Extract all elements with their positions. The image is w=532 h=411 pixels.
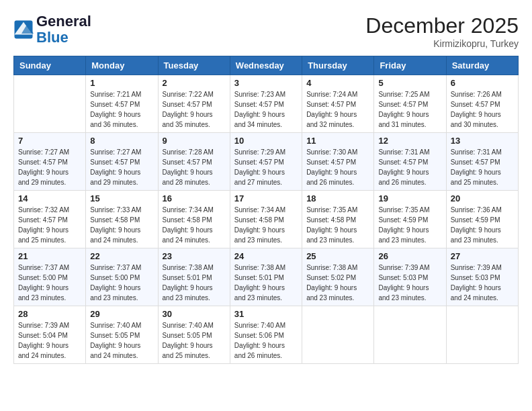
day-info: Sunrise: 7:29 AMSunset: 4:57 PMDaylight:… <box>234 147 298 187</box>
day-number: 2 <box>163 78 226 88</box>
day-number: 15 <box>90 193 153 203</box>
calendar-cell: 7Sunrise: 7:27 AMSunset: 4:57 PMDaylight… <box>14 133 86 191</box>
calendar-week-4: 21Sunrise: 7:37 AMSunset: 5:00 PMDayligh… <box>14 248 519 306</box>
calendar-cell: 29Sunrise: 7:40 AMSunset: 5:05 PMDayligh… <box>86 306 158 364</box>
day-number: 24 <box>234 251 298 261</box>
weekday-header-friday: Friday <box>374 56 446 75</box>
calendar-cell: 25Sunrise: 7:38 AMSunset: 5:02 PMDayligh… <box>302 248 374 306</box>
day-info: Sunrise: 7:35 AMSunset: 4:59 PMDaylight:… <box>378 205 441 245</box>
calendar-cell: 23Sunrise: 7:38 AMSunset: 5:01 PMDayligh… <box>158 248 230 306</box>
day-number: 9 <box>163 136 226 146</box>
calendar-table: SundayMondayTuesdayWednesdayThursdayFrid… <box>13 56 519 364</box>
day-info: Sunrise: 7:27 AMSunset: 4:57 PMDaylight:… <box>18 147 81 187</box>
page-header: General Blue December 2025 Kirmizikopru,… <box>13 13 519 49</box>
day-number: 20 <box>451 193 514 203</box>
calendar-cell: 15Sunrise: 7:33 AMSunset: 4:58 PMDayligh… <box>86 191 158 248</box>
day-info: Sunrise: 7:38 AMSunset: 5:01 PMDaylight:… <box>163 263 226 303</box>
day-number: 10 <box>234 136 298 146</box>
calendar-cell: 24Sunrise: 7:38 AMSunset: 5:01 PMDayligh… <box>230 248 302 306</box>
day-number: 29 <box>90 309 153 319</box>
logo: General Blue <box>13 13 91 46</box>
day-number: 22 <box>90 251 153 261</box>
day-info: Sunrise: 7:38 AMSunset: 5:01 PMDaylight:… <box>234 263 298 303</box>
calendar-cell: 8Sunrise: 7:27 AMSunset: 4:57 PMDaylight… <box>86 133 158 191</box>
weekday-header-thursday: Thursday <box>302 56 374 75</box>
month-title: December 2025 <box>365 13 519 38</box>
weekday-header-saturday: Saturday <box>446 56 518 75</box>
day-number: 7 <box>18 136 81 146</box>
day-number: 8 <box>90 136 153 146</box>
day-number: 13 <box>451 136 514 146</box>
day-info: Sunrise: 7:27 AMSunset: 4:57 PMDaylight:… <box>90 147 153 187</box>
calendar-cell: 19Sunrise: 7:35 AMSunset: 4:59 PMDayligh… <box>374 191 446 248</box>
calendar-cell: 9Sunrise: 7:28 AMSunset: 4:57 PMDaylight… <box>158 133 230 191</box>
calendar-cell: 28Sunrise: 7:39 AMSunset: 5:04 PMDayligh… <box>14 306 86 364</box>
day-number: 30 <box>163 309 226 319</box>
calendar-cell: 17Sunrise: 7:34 AMSunset: 4:58 PMDayligh… <box>230 191 302 248</box>
day-info: Sunrise: 7:40 AMSunset: 5:05 PMDaylight:… <box>90 320 153 361</box>
day-info: Sunrise: 7:40 AMSunset: 5:05 PMDaylight:… <box>163 320 226 361</box>
calendar-cell: 6Sunrise: 7:26 AMSunset: 4:57 PMDaylight… <box>446 75 518 133</box>
day-number: 3 <box>234 78 298 88</box>
day-info: Sunrise: 7:33 AMSunset: 4:58 PMDaylight:… <box>90 205 153 245</box>
calendar-cell: 20Sunrise: 7:36 AMSunset: 4:59 PMDayligh… <box>446 191 518 248</box>
weekday-header-tuesday: Tuesday <box>158 56 230 75</box>
calendar-cell: 16Sunrise: 7:34 AMSunset: 4:58 PMDayligh… <box>158 191 230 248</box>
calendar-cell: 26Sunrise: 7:39 AMSunset: 5:03 PMDayligh… <box>374 248 446 306</box>
day-info: Sunrise: 7:28 AMSunset: 4:57 PMDaylight:… <box>163 147 226 187</box>
calendar-cell: 21Sunrise: 7:37 AMSunset: 5:00 PMDayligh… <box>14 248 86 306</box>
day-info: Sunrise: 7:32 AMSunset: 4:57 PMDaylight:… <box>18 205 81 245</box>
day-number: 25 <box>306 251 369 261</box>
calendar-cell: 12Sunrise: 7:31 AMSunset: 4:57 PMDayligh… <box>374 133 446 191</box>
logo-icon <box>13 19 34 40</box>
weekday-header-wednesday: Wednesday <box>230 56 302 75</box>
day-info: Sunrise: 7:23 AMSunset: 4:57 PMDaylight:… <box>234 89 298 130</box>
calendar-cell: 18Sunrise: 7:35 AMSunset: 4:58 PMDayligh… <box>302 191 374 248</box>
day-number: 26 <box>378 251 441 261</box>
day-number: 4 <box>306 78 369 88</box>
day-info: Sunrise: 7:31 AMSunset: 4:57 PMDaylight:… <box>451 147 514 187</box>
day-number: 11 <box>306 136 369 146</box>
day-number: 12 <box>378 136 441 146</box>
calendar-cell: 27Sunrise: 7:39 AMSunset: 5:03 PMDayligh… <box>446 248 518 306</box>
weekday-header-sunday: Sunday <box>14 56 86 75</box>
calendar-cell: 10Sunrise: 7:29 AMSunset: 4:57 PMDayligh… <box>230 133 302 191</box>
day-info: Sunrise: 7:26 AMSunset: 4:57 PMDaylight:… <box>451 89 514 130</box>
calendar-cell <box>374 306 446 364</box>
day-info: Sunrise: 7:34 AMSunset: 4:58 PMDaylight:… <box>163 205 226 245</box>
day-info: Sunrise: 7:31 AMSunset: 4:57 PMDaylight:… <box>378 147 441 187</box>
calendar-cell: 4Sunrise: 7:24 AMSunset: 4:57 PMDaylight… <box>302 75 374 133</box>
calendar-cell: 13Sunrise: 7:31 AMSunset: 4:57 PMDayligh… <box>446 133 518 191</box>
calendar-week-1: 1Sunrise: 7:21 AMSunset: 4:57 PMDaylight… <box>14 75 519 133</box>
day-info: Sunrise: 7:37 AMSunset: 5:00 PMDaylight:… <box>90 263 153 303</box>
day-info: Sunrise: 7:24 AMSunset: 4:57 PMDaylight:… <box>306 89 369 130</box>
calendar-cell: 31Sunrise: 7:40 AMSunset: 5:06 PMDayligh… <box>230 306 302 364</box>
day-info: Sunrise: 7:39 AMSunset: 5:04 PMDaylight:… <box>18 320 81 361</box>
day-number: 31 <box>234 309 298 319</box>
title-block: December 2025 Kirmizikopru, Turkey <box>365 13 519 49</box>
calendar-cell: 30Sunrise: 7:40 AMSunset: 5:05 PMDayligh… <box>158 306 230 364</box>
day-number: 17 <box>234 193 298 203</box>
day-info: Sunrise: 7:40 AMSunset: 5:06 PMDaylight:… <box>234 320 298 361</box>
day-info: Sunrise: 7:25 AMSunset: 4:57 PMDaylight:… <box>378 89 441 130</box>
day-number: 16 <box>163 193 226 203</box>
day-number: 23 <box>163 251 226 261</box>
day-number: 5 <box>378 78 441 88</box>
day-info: Sunrise: 7:34 AMSunset: 4:58 PMDaylight:… <box>234 205 298 245</box>
day-info: Sunrise: 7:38 AMSunset: 5:02 PMDaylight:… <box>306 263 369 303</box>
day-info: Sunrise: 7:30 AMSunset: 4:57 PMDaylight:… <box>306 147 369 187</box>
calendar-cell <box>302 306 374 364</box>
day-info: Sunrise: 7:39 AMSunset: 5:03 PMDaylight:… <box>451 263 514 303</box>
calendar-week-2: 7Sunrise: 7:27 AMSunset: 4:57 PMDaylight… <box>14 133 519 191</box>
calendar-cell: 22Sunrise: 7:37 AMSunset: 5:00 PMDayligh… <box>86 248 158 306</box>
day-number: 1 <box>90 78 153 88</box>
day-number: 19 <box>378 193 441 203</box>
weekday-header-monday: Monday <box>86 56 158 75</box>
day-number: 6 <box>451 78 514 88</box>
calendar-cell: 14Sunrise: 7:32 AMSunset: 4:57 PMDayligh… <box>14 191 86 248</box>
day-number: 28 <box>18 309 81 319</box>
location: Kirmizikopru, Turkey <box>365 38 519 49</box>
logo-line1: General <box>36 13 91 30</box>
day-info: Sunrise: 7:39 AMSunset: 5:03 PMDaylight:… <box>378 263 441 303</box>
calendar-header-row: SundayMondayTuesdayWednesdayThursdayFrid… <box>14 56 519 75</box>
